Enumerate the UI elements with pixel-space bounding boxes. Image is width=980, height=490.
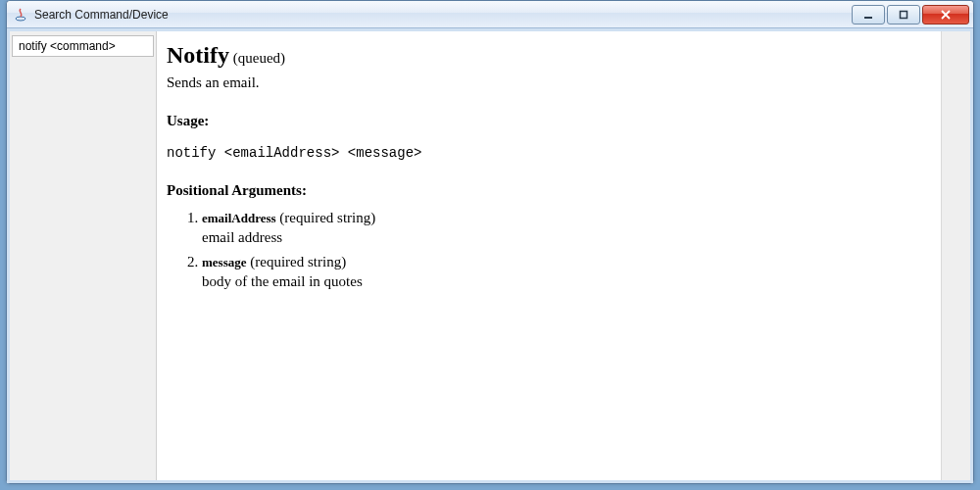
- usage-heading: Usage:: [167, 111, 923, 130]
- svg-rect-1: [864, 17, 872, 19]
- window-title: Search Command/Device: [34, 8, 169, 22]
- args-list: emailAddress (required string) email add…: [202, 208, 923, 291]
- close-button[interactable]: [922, 5, 969, 24]
- app-window: Search Command/Device notify <command> N…: [6, 0, 974, 484]
- window-controls: [852, 5, 969, 24]
- arg-item: message (required string) body of the em…: [202, 252, 923, 292]
- minimize-button[interactable]: [852, 5, 885, 24]
- sidebar-item-notify-command[interactable]: notify <command>: [12, 35, 154, 57]
- arg-name: message: [202, 255, 247, 270]
- command-description: Sends an email.: [167, 73, 923, 92]
- sidebar-item-label: notify <command>: [19, 39, 116, 53]
- client-area: notify <command> Notify (queued) Sends a…: [7, 28, 973, 483]
- arg-item: emailAddress (required string) email add…: [202, 208, 923, 248]
- arg-meta: (required string): [250, 254, 346, 270]
- titlebar[interactable]: Search Command/Device: [7, 1, 973, 28]
- sidebar: notify <command>: [10, 31, 157, 480]
- arg-desc: body of the email in quotes: [202, 271, 923, 291]
- usage-line: notify <emailAddress> <message>: [167, 144, 923, 163]
- arg-meta: (required string): [279, 210, 375, 225]
- arg-desc: email address: [202, 227, 923, 247]
- content-pane[interactable]: Notify (queued) Sends an email. Usage: n…: [157, 31, 941, 480]
- command-doc: Notify (queued) Sends an email. Usage: n…: [167, 39, 923, 291]
- maximize-button[interactable]: [887, 5, 920, 24]
- args-heading: Positional Arguments:: [167, 180, 923, 200]
- svg-point-0: [16, 17, 25, 21]
- arg-name: emailAddress: [202, 211, 276, 225]
- right-gutter: [941, 31, 970, 480]
- java-app-icon: [13, 7, 28, 23]
- svg-rect-2: [901, 11, 907, 18]
- command-title: Notify: [167, 42, 229, 68]
- command-note: (queued): [233, 50, 285, 66]
